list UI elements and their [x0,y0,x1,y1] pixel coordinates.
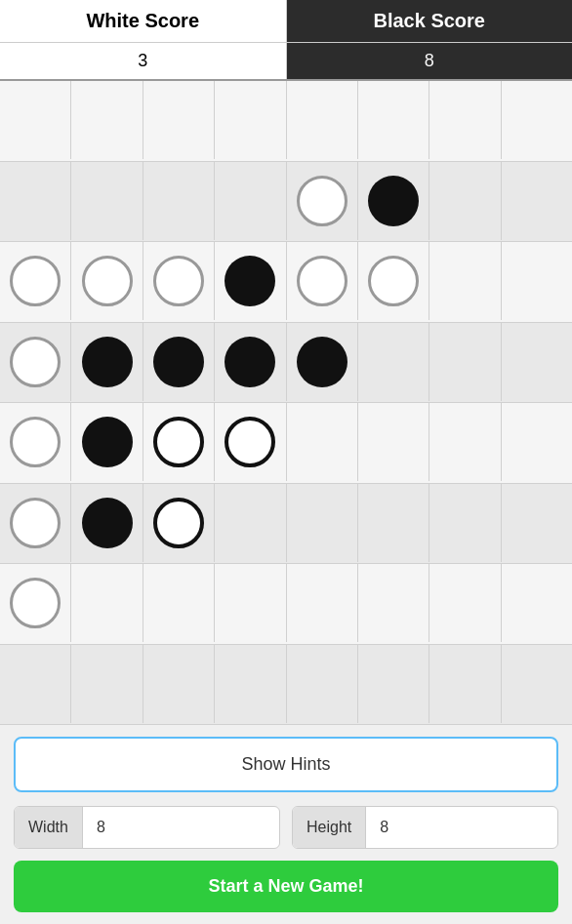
board-cell[interactable] [71,645,143,723]
board-cell[interactable] [0,242,71,320]
board-cell[interactable] [143,484,215,562]
score-header: White Score Black Score [0,0,572,43]
white-score-value: 3 [0,43,287,79]
board-cell[interactable] [215,645,286,723]
board-cell[interactable] [502,162,572,240]
board-cell[interactable] [502,645,572,723]
white-piece [10,256,61,306]
board-cell[interactable] [287,162,358,240]
controls-panel: Show Hints Width 8 Height 8 Start a New … [0,725,572,924]
board-cell[interactable] [143,323,215,401]
black-piece [82,498,133,548]
board-cell[interactable] [71,564,143,642]
board-cell[interactable] [287,242,358,320]
white-score-header: White Score [0,0,287,42]
board-cell[interactable] [502,564,572,642]
height-label: Height [293,807,366,848]
board-cell[interactable] [358,484,429,562]
board-cell[interactable] [71,242,143,320]
board-cell[interactable] [429,323,501,401]
white-piece [297,176,347,226]
board-row[interactable] [0,162,572,243]
board-cell[interactable] [358,81,429,159]
width-group: Width 8 [14,806,280,849]
white-thick-piece [225,417,275,467]
white-piece [368,256,419,306]
black-piece [82,337,133,387]
board-cell[interactable] [143,81,215,159]
board-cell[interactable] [358,564,429,642]
dimension-row: Width 8 Height 8 [14,806,558,849]
board-cell[interactable] [287,323,358,401]
board-cell[interactable] [143,162,215,240]
board-cell[interactable] [502,81,572,159]
board-cell[interactable] [502,403,572,481]
board-cell[interactable] [215,323,286,401]
board-cell[interactable] [71,323,143,401]
board-cell[interactable] [502,323,572,401]
black-piece [225,337,275,387]
board-row[interactable] [0,645,572,726]
board-row[interactable] [0,403,572,484]
board-cell[interactable] [429,242,501,320]
board-cell[interactable] [287,564,358,642]
board-cell[interactable] [0,645,71,723]
board-cell[interactable] [429,484,501,562]
board-row[interactable] [0,564,572,645]
board-cell[interactable] [429,645,501,723]
board-cell[interactable] [429,162,501,240]
board-cell[interactable] [0,323,71,401]
board-cell[interactable] [0,403,71,481]
black-piece [297,337,347,387]
board-cell[interactable] [287,645,358,723]
new-game-button[interactable]: Start a New Game! [14,861,558,912]
white-thick-piece [153,417,204,467]
board-cell[interactable] [71,484,143,562]
board-cell[interactable] [71,403,143,481]
show-hints-button[interactable]: Show Hints [14,737,558,792]
board-cell[interactable] [502,484,572,562]
black-piece [82,417,133,467]
board-cell[interactable] [71,81,143,159]
board-cell[interactable] [215,81,286,159]
board-cell[interactable] [215,403,286,481]
board-cell[interactable] [287,403,358,481]
board-cell[interactable] [358,323,429,401]
black-piece [153,337,204,387]
board-cell[interactable] [143,242,215,320]
board-cell[interactable] [0,162,71,240]
board-cell[interactable] [429,403,501,481]
board-cell[interactable] [358,242,429,320]
board-row[interactable] [0,484,572,565]
board-cell[interactable] [215,162,286,240]
board-cell[interactable] [287,81,358,159]
score-values: 3 8 [0,43,572,81]
board-cell[interactable] [358,403,429,481]
board-cell[interactable] [287,484,358,562]
board-row[interactable] [0,323,572,404]
black-score-header: Black Score [287,0,573,42]
board-cell[interactable] [0,564,71,642]
board-row[interactable] [0,242,572,323]
board-cell[interactable] [71,162,143,240]
board-cell[interactable] [0,81,71,159]
white-piece [10,337,61,387]
width-label: Width [15,807,83,848]
board-cell[interactable] [429,564,501,642]
board-cell[interactable] [143,564,215,642]
white-piece [153,256,204,306]
board-cell[interactable] [358,645,429,723]
board-cell[interactable] [215,242,286,320]
board-cell[interactable] [215,484,286,562]
board-cell[interactable] [143,403,215,481]
board-cell[interactable] [502,242,572,320]
white-piece [297,256,347,306]
board-cell[interactable] [358,162,429,240]
board-cell[interactable] [0,484,71,562]
white-piece [10,498,61,548]
height-group: Height 8 [292,806,558,849]
board-cell[interactable] [429,81,501,159]
board-cell[interactable] [143,645,215,723]
board-cell[interactable] [215,564,286,642]
board-row[interactable] [0,81,572,162]
